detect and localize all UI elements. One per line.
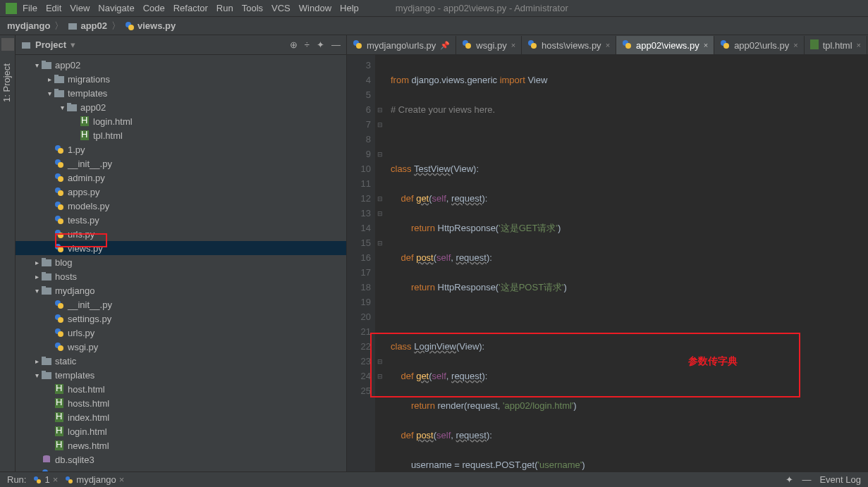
code-content[interactable]: from django.views.generic import View # … (385, 55, 868, 471)
tree-item[interactable]: Hnews.html (16, 438, 346, 452)
tree-item[interactable]: Hlogin.html (16, 424, 346, 438)
editor-tab[interactable]: tpl.html× (805, 36, 867, 54)
fold-marker[interactable] (375, 161, 385, 176)
tree-item[interactable]: ▾mydjango (16, 283, 346, 297)
tree-item[interactable]: apps.py (16, 185, 346, 199)
breadcrumb-root[interactable]: mydjango (7, 20, 50, 31)
pin-icon[interactable]: 📌 (440, 41, 450, 50)
hide-icon[interactable]: — (331, 39, 341, 50)
tree-item[interactable]: __init__.py (16, 156, 346, 171)
menu-window[interactable]: Window (296, 3, 334, 13)
fold-marker[interactable] (375, 309, 385, 324)
menu-tools[interactable]: Tools (239, 3, 266, 13)
tree-item[interactable]: settings.py (16, 312, 346, 326)
menu-run[interactable]: Run (214, 3, 236, 13)
breadcrumb-file[interactable]: views.py (125, 20, 176, 31)
expand-icon[interactable]: ▾ (58, 104, 66, 111)
tree-item[interactable]: ▸blog (16, 255, 346, 269)
tree-item[interactable]: urls.py (16, 227, 346, 241)
editor-tab[interactable]: app02\urls.py× (714, 36, 805, 54)
close-icon[interactable]: × (793, 41, 797, 49)
fold-marker[interactable]: ⊟ (375, 206, 385, 221)
tree-item[interactable]: ▾templates (16, 368, 346, 382)
menu-view[interactable]: View (67, 3, 92, 13)
menu-help[interactable]: Help (337, 3, 362, 13)
fold-marker[interactable]: ⊟ (375, 102, 385, 117)
collapse-icon[interactable]: ÷ (305, 39, 310, 50)
fold-marker[interactable] (375, 58, 385, 73)
fold-marker[interactable] (375, 265, 385, 280)
fold-marker[interactable] (375, 73, 385, 87)
tree-item[interactable]: ▾app02 (16, 58, 346, 72)
expand-icon[interactable]: ▸ (32, 259, 41, 266)
fold-gutter[interactable]: ⊟⊟⊟⊟⊟⊟⊟⊟ (375, 55, 385, 471)
fold-marker[interactable]: ⊟ (375, 191, 385, 206)
expand-icon[interactable]: ▾ (32, 287, 41, 295)
tree-item[interactable]: wsgi.py (16, 340, 346, 354)
fold-marker[interactable] (375, 87, 385, 102)
tree-item[interactable]: __init__.py (16, 297, 346, 312)
tree-item[interactable]: Hindex.html (16, 410, 346, 424)
fold-marker[interactable] (375, 324, 385, 339)
editor-tab[interactable]: hosts\views.py× (522, 36, 616, 54)
tree-item[interactable]: views.py (16, 241, 346, 255)
expand-icon[interactable]: ▾ (32, 61, 41, 69)
locate-icon[interactable]: ⊕ (290, 39, 298, 50)
fold-marker[interactable] (375, 383, 385, 398)
fold-marker[interactable] (375, 132, 385, 147)
expand-icon[interactable]: ▾ (32, 371, 41, 379)
tree-item[interactable]: ▾app02 (16, 100, 346, 114)
fold-marker[interactable] (375, 176, 385, 191)
expand-icon[interactable]: ▸ (45, 75, 54, 83)
editor-tab[interactable]: wsgi.py× (456, 36, 522, 54)
tree-item[interactable]: ▾templates (16, 86, 346, 100)
menu-navigate[interactable]: Navigate (95, 3, 137, 13)
fold-marker[interactable]: ⊟ (375, 147, 385, 161)
fold-marker[interactable] (375, 250, 385, 265)
tree-item[interactable]: Hhost.html (16, 382, 346, 396)
tree-item[interactable]: Htpl.html (16, 128, 346, 142)
close-icon[interactable]: × (606, 41, 610, 49)
fold-marker[interactable] (375, 221, 385, 235)
gear-icon[interactable]: ✦ (317, 39, 324, 50)
fold-marker[interactable]: ⊟ (375, 117, 385, 132)
close-icon[interactable]: × (704, 41, 708, 49)
fold-marker[interactable] (375, 280, 385, 295)
dropdown-icon[interactable]: ▾ (71, 39, 75, 50)
fold-marker[interactable] (375, 295, 385, 309)
tree-item[interactable]: Hlogin.html (16, 114, 346, 128)
fold-marker[interactable]: ⊟ (375, 354, 385, 369)
menu-file[interactable]: File (20, 3, 40, 13)
hide-icon[interactable]: — (802, 474, 811, 485)
fold-marker[interactable]: ⊟ (375, 235, 385, 250)
tree-item[interactable]: manage.py (16, 467, 346, 471)
project-tool-tab[interactable]: 1: Project (1, 63, 12, 102)
code-editor[interactable]: 345678910111213141516171819202122232425 … (347, 55, 868, 471)
expand-icon[interactable]: ▸ (32, 357, 41, 365)
close-icon[interactable]: × (857, 41, 861, 49)
tree-item[interactable]: 1.py (16, 142, 346, 156)
tree-item[interactable]: tests.py (16, 213, 346, 227)
breadcrumb-folder[interactable]: app02 (68, 20, 107, 31)
tree-item[interactable]: ▸hosts (16, 269, 346, 283)
project-tree[interactable]: ▾app02▸migrations▾templates▾app02Hlogin.… (16, 55, 346, 471)
expand-icon[interactable]: ▸ (32, 273, 41, 281)
tree-item[interactable]: db.sqlite3 (16, 452, 346, 467)
tree-item[interactable]: Hhosts.html (16, 396, 346, 410)
editor-tab[interactable]: app02\views.py× (616, 36, 714, 54)
run-config-1[interactable]: 1 × (33, 474, 58, 485)
menu-vcs[interactable]: VCS (269, 3, 293, 13)
tree-item[interactable]: models.py (16, 199, 346, 213)
tree-item[interactable]: admin.py (16, 171, 346, 185)
fold-marker[interactable] (375, 339, 385, 354)
tree-item[interactable]: urls.py (16, 326, 346, 340)
gear-icon[interactable]: ✦ (786, 474, 793, 485)
tree-item[interactable]: ▸static (16, 354, 346, 368)
editor-tab[interactable]: mydjango\urls.py📌 (347, 36, 456, 54)
menu-edit[interactable]: Edit (43, 3, 64, 13)
expand-icon[interactable]: ▾ (45, 90, 54, 97)
event-log[interactable]: Event Log (819, 474, 861, 485)
structure-tool-icon[interactable] (1, 38, 14, 51)
tree-item[interactable]: ▸migrations (16, 72, 346, 86)
menu-code[interactable]: Code (140, 3, 168, 13)
